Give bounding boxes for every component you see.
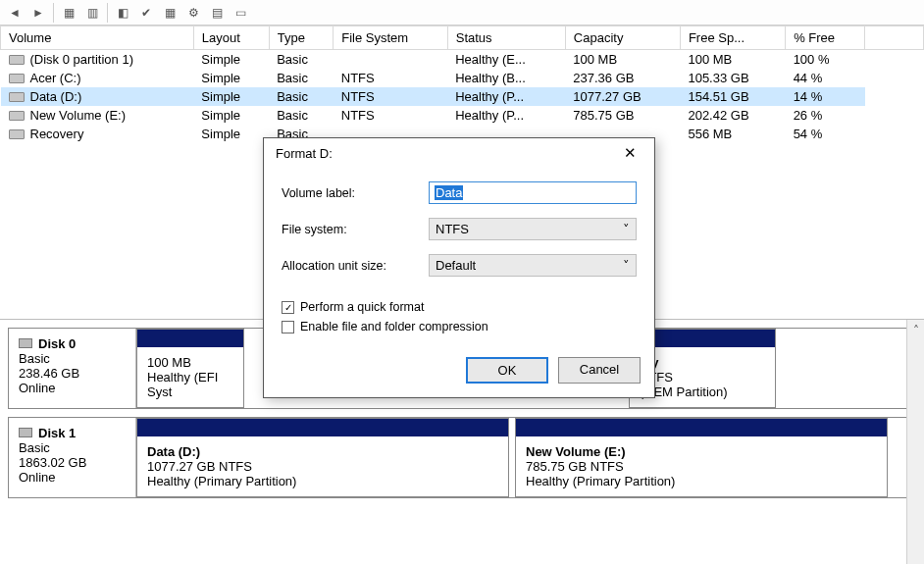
file-system-select[interactable]: NTFS˅: [429, 218, 637, 240]
column-header[interactable]: % Free: [786, 26, 865, 50]
column-header[interactable]: Status: [447, 26, 565, 50]
format-dialog: Format D: ✕ Volume label: Data File syst…: [263, 137, 655, 398]
column-header[interactable]: File System: [334, 26, 447, 50]
drive-icon: [9, 55, 25, 65]
tool-icon[interactable]: ✔: [135, 2, 157, 24]
column-header[interactable]: Type: [269, 26, 334, 50]
compression-checkbox[interactable]: [282, 321, 294, 333]
partition[interactable]: New Volume (E:)785.75 GB NTFSHealthy (Pr…: [515, 418, 888, 497]
drive-icon: [9, 92, 25, 102]
volume-label-input[interactable]: Data: [429, 181, 637, 204]
disk-info: Disk 1Basic1863.02 GBOnline: [9, 418, 136, 497]
tool-icon[interactable]: ▦: [58, 2, 79, 24]
chevron-down-icon: ˅: [623, 222, 630, 236]
chevron-down-icon: ˅: [623, 258, 630, 273]
table-row[interactable]: (Disk 0 partition 1)SimpleBasicHealthy (…: [1, 50, 924, 70]
ok-button[interactable]: OK: [466, 357, 548, 384]
partition[interactable]: 100 MBHealthy (EFI Syst: [136, 329, 244, 408]
column-header[interactable]: Volume: [1, 26, 194, 50]
dialog-title: Format D:: [276, 146, 333, 161]
scrollbar[interactable]: ˄: [906, 320, 924, 564]
allocation-unit-select[interactable]: Default˅: [429, 254, 637, 277]
drive-icon: [9, 111, 25, 121]
cancel-button[interactable]: Cancel: [558, 357, 641, 384]
column-header[interactable]: Layout: [193, 26, 269, 50]
tool-icon[interactable]: ▭: [230, 2, 251, 24]
allocation-unit-label: Allocation unit size:: [282, 259, 429, 273]
tool-icon[interactable]: ▥: [81, 2, 103, 24]
table-row[interactable]: Acer (C:)SimpleBasicNTFSHealthy (B...237…: [1, 69, 924, 87]
quick-format-checkbox[interactable]: ✓: [282, 301, 294, 314]
quick-format-label: Perform a quick format: [300, 300, 424, 314]
close-icon[interactable]: ✕: [615, 144, 644, 162]
partition[interactable]: Data (D:)1077.27 GB NTFSHealthy (Primary…: [136, 418, 509, 497]
forward-icon[interactable]: ►: [27, 2, 49, 24]
back-icon[interactable]: ◄: [4, 2, 26, 24]
column-header[interactable]: Free Sp...: [680, 26, 785, 50]
table-row[interactable]: New Volume (E:)SimpleBasicNTFSHealthy (P…: [1, 106, 924, 125]
tool-icon[interactable]: ◧: [112, 2, 133, 24]
tool-icon[interactable]: ▤: [206, 2, 228, 24]
table-row[interactable]: Data (D:)SimpleBasicNTFSHealthy (P...107…: [1, 87, 924, 106]
chevron-up-icon[interactable]: ˄: [913, 324, 919, 337]
column-header[interactable]: Capacity: [565, 26, 680, 50]
tool-icon[interactable]: ▦: [159, 2, 180, 24]
drive-icon: [9, 129, 25, 139]
compression-label: Enable file and folder compression: [300, 320, 488, 333]
volume-label-label: Volume label:: [282, 186, 429, 200]
drive-icon: [9, 74, 25, 83]
toolbar: ◄ ► ▦ ▥ ◧ ✔ ▦ ⚙ ▤ ▭: [0, 0, 924, 26]
disk-info: Disk 0Basic238.46 GBOnline: [9, 329, 136, 408]
disk-row: Disk 1Basic1863.02 GBOnlineData (D:)1077…: [8, 417, 914, 498]
file-system-label: File system:: [282, 223, 429, 236]
tool-icon[interactable]: ⚙: [182, 2, 204, 24]
